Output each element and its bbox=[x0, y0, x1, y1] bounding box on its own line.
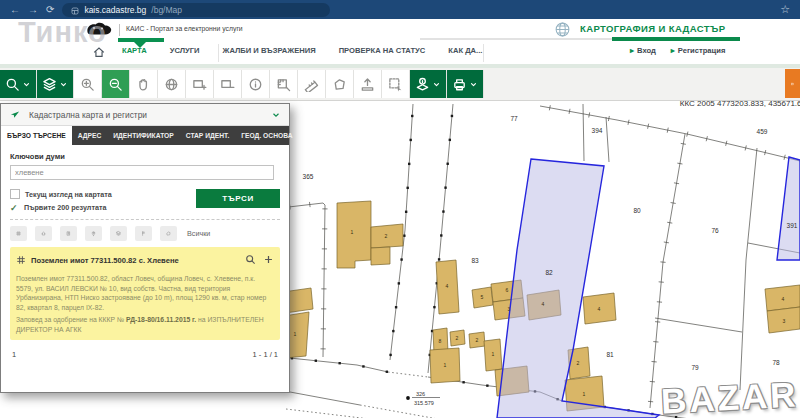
select-icon bbox=[388, 77, 403, 92]
filter-poly-button[interactable] bbox=[160, 226, 177, 241]
filter-layers-button[interactable] bbox=[110, 226, 127, 241]
result-filter-row: Всички bbox=[10, 219, 280, 241]
tab-геод-основа[interactable]: ГЕОД. ОСНОВА bbox=[235, 126, 298, 145]
parcel-boundary bbox=[290, 392, 360, 405]
checkbox-column: Текущ изглед на картата Първите 200 резу… bbox=[10, 185, 112, 212]
panel-title: Кадастрална карта и регистри bbox=[29, 110, 147, 120]
draw-polygon-button[interactable] bbox=[326, 70, 354, 98]
object-info-button[interactable] bbox=[242, 70, 270, 98]
select-button[interactable] bbox=[382, 70, 410, 98]
selected-parcel[interactable] bbox=[777, 157, 800, 260]
tab-бързо-търсене[interactable]: БЪРЗО ТЪРСЕНЕ bbox=[1, 126, 72, 145]
parcel-number: 391 bbox=[787, 222, 798, 229]
chev-icon bbox=[432, 80, 441, 89]
page-number[interactable]: 1 bbox=[12, 350, 16, 359]
chev-icon bbox=[59, 80, 68, 89]
filter-grid-button[interactable] bbox=[10, 226, 27, 241]
print-button[interactable] bbox=[447, 70, 484, 98]
first-200-label: Първите 200 резултата bbox=[24, 203, 106, 212]
building-number: 1 bbox=[351, 229, 354, 235]
grid-icon bbox=[16, 228, 21, 239]
search-button[interactable]: ТЪРСИ bbox=[196, 189, 280, 208]
parcel-boundary bbox=[650, 134, 685, 408]
survey-dot bbox=[444, 186, 446, 188]
kais-logo bbox=[86, 22, 113, 40]
measure-distance-button[interactable] bbox=[298, 70, 326, 98]
panel-chevron-down-icon[interactable] bbox=[271, 106, 281, 124]
panel-header[interactable]: Кадастрална карта и регистри bbox=[1, 104, 289, 126]
reload-icon[interactable]: ⟳ bbox=[46, 0, 54, 19]
checkbox-unchecked[interactable] bbox=[10, 189, 20, 199]
forward-icon[interactable]: → bbox=[28, 0, 38, 19]
parcel-boundary bbox=[583, 104, 584, 161]
building-number: 3 bbox=[508, 306, 511, 312]
upload-button[interactable] bbox=[354, 70, 382, 98]
filter-home-button[interactable] bbox=[35, 226, 52, 241]
hand-icon bbox=[136, 77, 151, 92]
nav-item-услуги[interactable]: УСЛУГИ bbox=[170, 46, 200, 55]
filter-all-label[interactable]: Всички bbox=[187, 229, 210, 238]
survey-dot bbox=[362, 365, 364, 367]
building-footprint[interactable] bbox=[371, 247, 390, 265]
parcel-number: 77 bbox=[510, 115, 518, 122]
add-result-icon[interactable] bbox=[263, 251, 274, 269]
order-number: РД-18-80/16.11.2015 г. bbox=[126, 316, 196, 323]
feedback-button[interactable] bbox=[785, 69, 800, 98]
building-number: 2 bbox=[456, 335, 459, 341]
filter-pin-button[interactable] bbox=[85, 226, 102, 241]
pan-button[interactable] bbox=[130, 70, 158, 98]
rectplus-icon bbox=[192, 77, 207, 92]
site-icon bbox=[71, 1, 79, 19]
home-icon[interactable] bbox=[92, 45, 106, 63]
pagination: 1 1 - 1 / 1 bbox=[10, 350, 280, 359]
survey-dot bbox=[462, 381, 464, 383]
nav-item-как-да-[interactable]: КАК ДА... bbox=[448, 46, 482, 55]
tab-идентификатор[interactable]: ИДЕНТИФИКАТОР bbox=[107, 126, 179, 145]
full-extent-button[interactable] bbox=[158, 70, 186, 98]
back-icon[interactable]: ← bbox=[10, 0, 20, 19]
bookmark-star-icon[interactable]: ☆ bbox=[780, 3, 790, 16]
layers-button[interactable] bbox=[37, 70, 74, 98]
zoom-window-out-button[interactable] bbox=[214, 70, 242, 98]
parcel-boundary bbox=[360, 405, 438, 418]
search-result-item[interactable]: Поземлен имот 77311.500.82 с. Хлевене По… bbox=[10, 247, 280, 340]
nav-link-регистрация[interactable]: Регистрация bbox=[671, 46, 726, 55]
parcel-boundary bbox=[280, 357, 388, 372]
zoom-out-button[interactable] bbox=[102, 70, 130, 98]
nav-link-вход[interactable]: Вход bbox=[630, 46, 656, 55]
survey-dot bbox=[440, 234, 442, 236]
nav-item-жалби-и-възражения[interactable]: ЖАЛБИ И ВЪЗРАЖЕНИЯ bbox=[223, 46, 316, 55]
tab-адрес[interactable]: АДРЕС bbox=[72, 126, 108, 145]
filter-building-button[interactable] bbox=[60, 226, 77, 241]
zoom-in-button[interactable] bbox=[74, 70, 102, 98]
nav-item-карта[interactable]: КАРТА bbox=[122, 46, 147, 55]
identify-button[interactable] bbox=[410, 70, 447, 98]
parcel-number: 365 bbox=[303, 173, 314, 180]
kais-map-screen: ← → ⟳ kais.cadastre.bg /bg/Map ☆ КАИС - … bbox=[0, 0, 800, 418]
filter-flag-button[interactable] bbox=[135, 226, 152, 241]
boundary-tick bbox=[677, 163, 682, 164]
measure-area-button[interactable] bbox=[270, 70, 298, 98]
zoom-window-in-button[interactable] bbox=[186, 70, 214, 98]
building-number: 4 bbox=[782, 296, 785, 302]
survey-point-id: 326 bbox=[416, 391, 425, 397]
parcel-boundary bbox=[655, 318, 742, 332]
first-200-checkbox-row[interactable]: Първите 200 резултата bbox=[10, 203, 112, 212]
building-number: 4 bbox=[542, 301, 545, 307]
survey-dot bbox=[408, 163, 410, 165]
search-tools-button[interactable] bbox=[0, 70, 37, 98]
current-view-checkbox-row[interactable]: Текущ изглед на картата bbox=[10, 189, 112, 199]
marea-icon bbox=[276, 77, 291, 92]
brand-title: КАРТОГРАФИЯ И КАДАСТЪР bbox=[580, 23, 725, 34]
address-bar[interactable]: kais.cadastre.bg /bg/Map bbox=[62, 3, 330, 17]
pin-icon bbox=[91, 228, 96, 239]
tab-стар-идент-[interactable]: СТАР ИДЕНТ. bbox=[180, 126, 236, 145]
survey-dot bbox=[442, 210, 444, 212]
survey-dot bbox=[446, 163, 448, 165]
building-number: 8 bbox=[439, 338, 442, 344]
zoom-to-result-icon[interactable] bbox=[245, 251, 256, 269]
nav-item-проверка-на-статус[interactable]: ПРОВЕРКА НА СТАТУС bbox=[339, 46, 426, 55]
building-footprint[interactable] bbox=[337, 201, 371, 268]
checkbox-checked-icon[interactable] bbox=[10, 204, 19, 212]
keywords-input[interactable] bbox=[10, 165, 274, 180]
